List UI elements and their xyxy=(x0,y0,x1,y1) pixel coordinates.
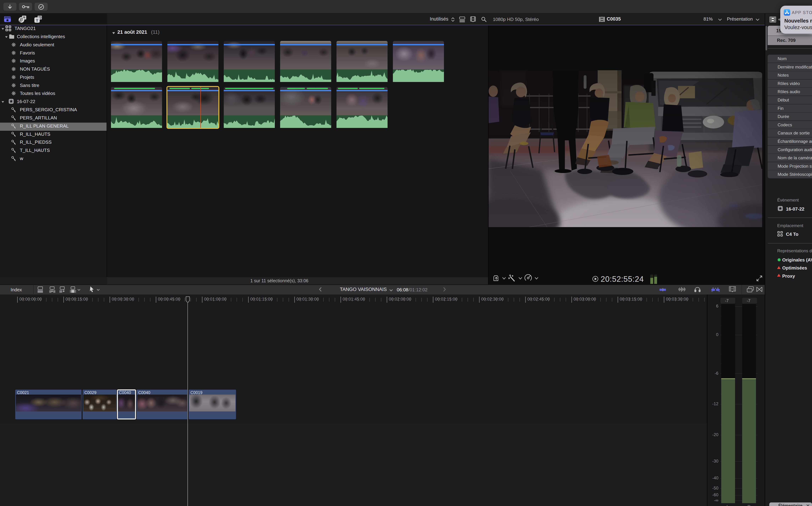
svg-text:T: T xyxy=(36,18,38,22)
